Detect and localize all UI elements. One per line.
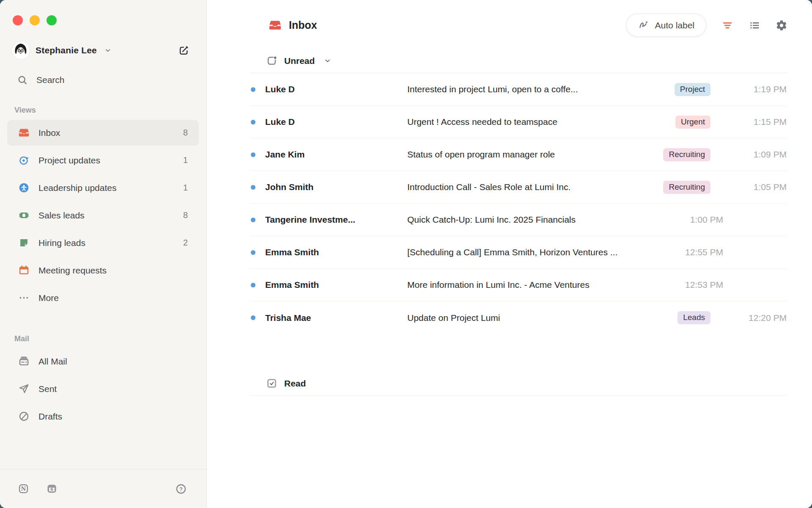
sent-icon <box>18 383 30 395</box>
sidebar-item-hiring-leads[interactable]: Hiring leads 2 <box>7 230 199 256</box>
read-group-header[interactable]: Read <box>250 371 787 396</box>
email-row-urgent[interactable]: Luke D Urgent ! Access needed to teamspa… <box>250 106 787 138</box>
email-label-badge[interactable]: Recruiting <box>663 181 710 194</box>
mail-nav: All Mail Sent Drafts <box>0 348 206 431</box>
unread-group-header[interactable]: Unread <box>250 49 787 73</box>
email-subject: Quick Catch-Up: Lumi Inc. 2025 Financial… <box>407 215 690 225</box>
gear-icon <box>776 19 787 31</box>
sidebar-item-sales-leads[interactable]: Sales leads 8 <box>7 202 199 228</box>
read-group-label: Read <box>284 378 306 389</box>
auto-label-icon <box>638 19 649 31</box>
sidebar-item-drafts[interactable]: Drafts <box>7 403 199 429</box>
notion-app-icon[interactable]: N <box>18 483 29 494</box>
title-group: Inbox <box>269 19 317 32</box>
email-sender: John Smith <box>265 182 407 192</box>
mail-section-label: Mail <box>14 334 206 343</box>
auto-label-button[interactable]: Auto label <box>626 14 706 37</box>
read-checkbox-icon[interactable] <box>266 378 277 389</box>
email-row-emma-smith[interactable]: Emma Smith More information in Lumi Inc.… <box>250 269 787 301</box>
email-row-project[interactable]: Luke D Interested in project Lumi, open … <box>250 73 787 106</box>
sidebar-item-meeting-requests[interactable]: Meeting requests <box>7 257 199 283</box>
email-row-emma-smith[interactable]: Emma Smith [Scheduling a Call] Emma Smit… <box>250 236 787 269</box>
email-sender: Luke D <box>265 84 407 94</box>
app-window: Stephanie Lee Search Views Inbox 8 <box>0 0 812 508</box>
email-sender: Trisha Mae <box>265 313 407 323</box>
email-row-recruiting[interactable]: John Smith Introduction Call - Sales Rol… <box>250 171 787 204</box>
search-icon <box>17 75 28 86</box>
help-button[interactable]: ? <box>175 483 187 495</box>
sidebar-item-all-mail[interactable]: All Mail <box>7 348 199 374</box>
email-sender: Jane Kim <box>265 149 407 160</box>
calendar-app-icon[interactable]: 6 <box>46 483 58 494</box>
unread-dot-icon <box>251 218 255 222</box>
zoom-button[interactable] <box>47 15 57 25</box>
leadership-icon <box>18 182 30 194</box>
chevron-down-icon <box>104 46 112 55</box>
sidebar-item-leadership-updates[interactable]: Leadership updates 1 <box>7 175 199 201</box>
email-sender: Emma Smith <box>265 280 407 290</box>
email-time: 1:00 PM <box>690 215 723 225</box>
email-list: Unread Luke D Interested in project Lumi… <box>250 49 787 396</box>
unread-dot-icon <box>251 152 255 157</box>
unread-dot-icon <box>251 283 255 287</box>
unread-dot-icon <box>251 250 255 255</box>
email-time: 1:19 PM <box>723 84 787 94</box>
unread-count: 2 <box>183 238 188 248</box>
minimize-button[interactable] <box>30 15 40 25</box>
unread-count: 1 <box>183 155 188 165</box>
chevron-down-icon[interactable] <box>323 56 332 65</box>
filter-button[interactable] <box>721 19 733 31</box>
inbox-icon <box>269 19 282 32</box>
email-label-badge[interactable]: Urgent <box>675 116 710 129</box>
email-subject: Introduction Call - Sales Role at Lumi I… <box>407 182 663 192</box>
filter-icon <box>721 19 733 31</box>
email-subject: More information in Lumi Inc. - Acme Ven… <box>407 280 685 290</box>
email-label-badge[interactable]: Project <box>675 83 710 96</box>
email-subject: Urgent ! Access needed to teamspace <box>407 117 675 127</box>
email-sender: Tangerine Investme... <box>265 215 407 225</box>
unread-dot-icon <box>251 315 255 320</box>
sidebar: Stephanie Lee Search Views Inbox 8 <box>0 0 207 508</box>
views-section-label: Views <box>14 106 206 115</box>
email-sender: Luke D <box>265 117 407 127</box>
main-header: Inbox Auto label <box>207 0 812 37</box>
inbox-icon <box>18 127 30 139</box>
unread-rows: Luke D Interested in project Lumi, open … <box>250 73 787 334</box>
email-label-badge[interactable]: Leads <box>678 311 710 324</box>
email-row-leads[interactable]: Trisha Mae Update on Project Lumi Leads … <box>250 301 787 334</box>
email-subject: Update on Project Lumi <box>407 313 678 323</box>
note-icon <box>18 237 30 249</box>
unread-dot-icon <box>251 120 255 124</box>
unread-count: 8 <box>183 128 188 138</box>
sidebar-item-more[interactable]: More <box>7 285 199 311</box>
svg-text:?: ? <box>179 486 183 492</box>
email-row-tangerine-investme[interactable]: Tangerine Investme... Quick Catch-Up: Lu… <box>250 204 787 236</box>
avatar <box>12 41 30 59</box>
drafts-icon <box>18 411 30 422</box>
close-button[interactable] <box>13 15 23 25</box>
compose-button[interactable] <box>178 45 189 56</box>
email-subject: Status of open program manager role <box>407 149 663 160</box>
profile-menu[interactable]: Stephanie Lee <box>12 41 189 59</box>
unread-count: 1 <box>183 183 188 193</box>
more-icon <box>18 292 30 304</box>
search-label: Search <box>36 75 65 85</box>
email-subject: [Scheduling a Call] Emma Smith, Horizon … <box>407 247 685 257</box>
email-label-badge[interactable]: Recruiting <box>663 148 710 161</box>
unread-group-label: Unread <box>284 56 315 66</box>
list-view-button[interactable] <box>749 19 760 31</box>
email-time: 1:09 PM <box>723 149 787 160</box>
email-row-recruiting[interactable]: Jane Kim Status of open program manager … <box>250 138 787 171</box>
search-button[interactable]: Search <box>17 75 194 86</box>
sidebar-item-inbox[interactable]: Inbox 8 <box>7 120 199 146</box>
email-time: 12:20 PM <box>723 313 787 323</box>
list-icon <box>749 19 760 31</box>
header-toolbar: Auto label <box>626 14 787 37</box>
settings-button[interactable] <box>776 19 787 31</box>
sidebar-item-project-updates[interactable]: Project updates 1 <box>7 147 199 173</box>
target-icon <box>18 155 30 166</box>
sidebar-item-sent[interactable]: Sent <box>7 376 199 402</box>
svg-text:N: N <box>21 486 26 492</box>
unread-icon <box>266 55 277 66</box>
money-icon <box>18 210 30 221</box>
